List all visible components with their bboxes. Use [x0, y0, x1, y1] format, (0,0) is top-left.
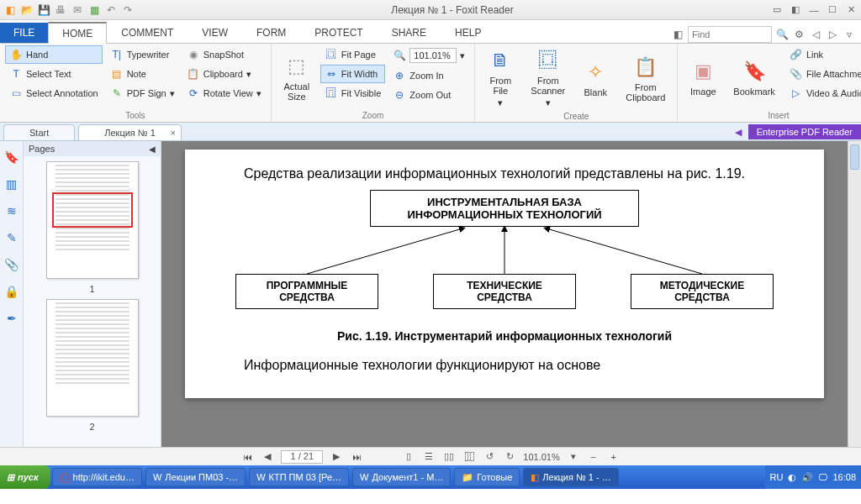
open-icon[interactable]: 📂: [20, 3, 34, 17]
dropdown-icon[interactable]: ▿: [843, 28, 856, 41]
diagram-arrows: [235, 227, 774, 274]
link-button[interactable]: 🔗Link: [785, 45, 861, 64]
zoom-out-btn[interactable]: ▾: [567, 451, 580, 462]
signatures-icon[interactable]: ✒: [4, 311, 19, 326]
comments-icon[interactable]: ✎: [4, 230, 19, 245]
page-thumb-1[interactable]: [46, 161, 139, 279]
taskbar-word3[interactable]: WДокумент1 - M…: [352, 468, 451, 486]
convert-icon[interactable]: ◧: [671, 28, 684, 41]
tab-view[interactable]: VIEW: [188, 22, 242, 43]
close-icon[interactable]: ✕: [844, 3, 858, 17]
first-page-icon[interactable]: ⏮: [240, 452, 254, 462]
last-page-icon[interactable]: ⏭: [350, 452, 363, 462]
rotate-view-button[interactable]: ⟳Rotate View ▾: [182, 84, 266, 102]
video-audio-button[interactable]: ▷Video & Audio: [785, 84, 861, 102]
close-tab-icon[interactable]: ×: [170, 128, 175, 138]
zoom-value-field[interactable]: 🔍101.01%▾: [388, 45, 469, 66]
fit-width-button[interactable]: ⇔Fit Width: [320, 65, 385, 83]
cont-facing-icon[interactable]: ⿲: [462, 452, 476, 462]
tab-comment[interactable]: COMMENT: [107, 22, 188, 43]
blank-label: Blank: [584, 87, 608, 97]
pdf-sign-button[interactable]: ✎PDF Sign ▾: [106, 84, 179, 102]
facing-icon[interactable]: ▯▯: [442, 451, 456, 462]
document-view[interactable]: Средства реализации информационных техно…: [161, 141, 861, 447]
tab-help[interactable]: HELP: [441, 22, 495, 43]
from-scanner-button[interactable]: ⿴From Scanner▾: [524, 45, 572, 110]
select-annotation-button[interactable]: ▭Select Annotation: [5, 84, 103, 102]
mail-icon[interactable]: ✉: [71, 3, 84, 17]
undo-icon[interactable]: ↶: [104, 3, 118, 17]
clipboard-button[interactable]: 📋Clipboard ▾: [182, 65, 266, 83]
tray-icon-2[interactable]: 🔊: [801, 472, 813, 483]
from-file-button[interactable]: 🗎From File▾: [480, 45, 520, 110]
actual-size-button[interactable]: ⬚Actual Size: [277, 45, 317, 109]
from-clipboard-button[interactable]: 📋From Clipboard: [619, 45, 672, 110]
bookmark-button[interactable]: 🔖Bookmark: [726, 45, 782, 109]
search-icon[interactable]: 🔍: [775, 28, 789, 41]
bookmarks-icon[interactable]: 🔖: [4, 150, 19, 165]
ocr-icon[interactable]: ▦: [87, 3, 101, 17]
prev-icon[interactable]: ◁: [809, 28, 822, 41]
tab-protect[interactable]: PROTECT: [300, 22, 377, 43]
rotate-right-icon[interactable]: ↻: [503, 451, 516, 462]
maximize-icon[interactable]: ☐: [826, 3, 839, 17]
select-text-button[interactable]: ᎢSelect Text: [5, 65, 103, 83]
rotate-left-icon[interactable]: ↺: [483, 451, 496, 462]
zoom-in-button[interactable]: ⊕Zoom In: [388, 66, 469, 85]
page-thumb-2[interactable]: [46, 299, 139, 417]
security-icon[interactable]: 🔒: [4, 284, 19, 299]
ad-prev-icon[interactable]: ◀: [735, 127, 742, 138]
hand-button[interactable]: ✋Hand: [5, 45, 103, 64]
taskbar-foxit[interactable]: ◧Лекция № 1 - …: [523, 468, 618, 486]
tray-icon-3[interactable]: 🖵: [818, 472, 827, 482]
skin-icon[interactable]: ◧: [789, 3, 802, 17]
gear-icon[interactable]: ⚙: [792, 28, 806, 41]
snapshot-button[interactable]: ◉SnapShot: [182, 45, 266, 64]
fit-visible-button[interactable]: ⿵Fit Visible: [320, 84, 385, 102]
ribbon-min-icon[interactable]: ▭: [770, 3, 784, 17]
vertical-scrollbar[interactable]: [848, 141, 861, 447]
layers-icon[interactable]: ≋: [4, 203, 19, 218]
zoom-out-button[interactable]: ⊖Zoom Out: [388, 86, 469, 104]
print-icon[interactable]: 🖶: [54, 3, 67, 17]
taskbar-word2[interactable]: WКТП ПМ 03 [Ре…: [249, 468, 349, 486]
attachments-icon[interactable]: 📎: [4, 257, 19, 272]
next-page-icon[interactable]: ▶: [330, 451, 343, 462]
tray-icon-1[interactable]: ◐: [788, 472, 796, 483]
pages-icon[interactable]: ▥: [4, 176, 19, 192]
taskbar-opera[interactable]: ◯http://ikit.edu…: [52, 468, 142, 486]
from-file-label: From File: [487, 76, 514, 96]
doctab-start[interactable]: Start: [3, 124, 75, 140]
tab-home[interactable]: HOME: [48, 22, 107, 44]
blank-button[interactable]: ✧Blank: [575, 45, 615, 110]
clock[interactable]: 16:08: [832, 472, 856, 482]
search-input[interactable]: [688, 26, 772, 43]
continuous-icon[interactable]: ☰: [422, 451, 436, 462]
ad-banner[interactable]: Enterprise PDF Reader: [748, 124, 861, 139]
typewriter-button[interactable]: T|Typewriter: [106, 45, 179, 64]
scroll-thumb[interactable]: [850, 144, 859, 170]
redo-icon[interactable]: ↷: [121, 3, 135, 17]
taskbar-word1[interactable]: WЛекции ПМ03 -…: [145, 468, 246, 486]
save-icon[interactable]: 💾: [37, 3, 50, 17]
file-attachment-button[interactable]: 📎File Attachment: [785, 65, 861, 83]
tab-share[interactable]: SHARE: [378, 22, 441, 43]
zoom-plus[interactable]: +: [607, 452, 621, 462]
taskbar-folder[interactable]: 📁Готовые: [454, 468, 520, 486]
single-page-icon[interactable]: ▯: [402, 451, 415, 462]
image-button[interactable]: ▣Image: [683, 45, 723, 109]
zoom-minus[interactable]: −: [587, 452, 600, 462]
minimize-icon[interactable]: ―: [807, 3, 821, 17]
next-icon[interactable]: ▷: [826, 28, 839, 41]
note-button[interactable]: ▤Note: [106, 65, 179, 83]
fit-page-button[interactable]: ⿴Fit Page: [320, 45, 385, 64]
side-toolbar: 🔖 ▥ ≋ ✎ 📎 🔒 ✒: [0, 141, 24, 447]
tab-file[interactable]: FILE: [0, 23, 48, 43]
page-field[interactable]: 1 / 21: [281, 450, 323, 464]
prev-page-icon[interactable]: ◀: [261, 451, 274, 462]
start-button[interactable]: ⊞пуск: [0, 465, 50, 489]
collapse-icon[interactable]: ◀: [149, 144, 156, 154]
tab-form[interactable]: FORM: [242, 22, 300, 43]
doctab-lecture[interactable]: Лекция № 1×: [78, 124, 182, 140]
lang-indicator[interactable]: RU: [770, 472, 784, 482]
